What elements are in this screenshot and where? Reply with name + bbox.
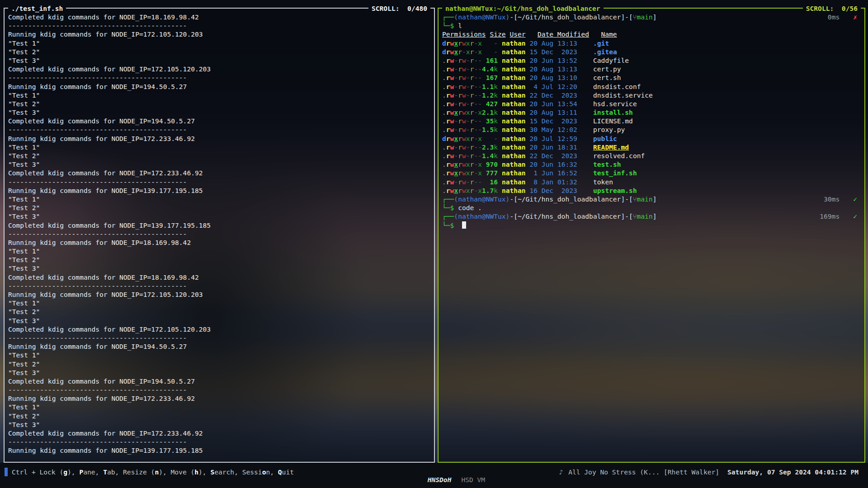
terminal-line: "Test 3" — [8, 212, 430, 221]
file-name: dnsdist.conf — [593, 83, 641, 90]
shell-command-line: └─$ code . — [442, 203, 861, 212]
file-row: .rw-rw-r--1.4k nathan 22 Dec 2023 resolv… — [442, 151, 861, 160]
terminal-line: Completed kdig commands for NODE_IP=194.… — [8, 117, 430, 125]
terminal-line: ----------------------------------------… — [8, 385, 430, 394]
file-name: .gitea — [593, 48, 617, 56]
file-row: .rwxrwxr-x 970 nathan 20 Jun 16:32 test.… — [442, 160, 861, 169]
terminal-line: Completed kdig commands for NODE_IP=18.1… — [8, 13, 430, 21]
session-name: HNSDoH — [428, 476, 452, 483]
file-name: LICENSE.md — [593, 117, 633, 125]
status-bar: Ctrl + Lock (g), Pane, Tab, Resize (n), … — [0, 463, 868, 488]
file-name: test_inf.sh — [593, 169, 637, 177]
terminal-line: "Test 1" — [8, 247, 430, 255]
file-row: .rwxrwxr-x2.1k nathan 20 Aug 13:11 insta… — [442, 108, 861, 117]
file-name: proxy.py — [593, 126, 625, 133]
terminal-line: ----------------------------------------… — [8, 437, 430, 446]
terminal-line: Running kdig commands for NODE_IP=194.50… — [8, 342, 430, 351]
keybind-hints: Ctrl + Lock (g), Pane, Tab, Resize (n), … — [12, 468, 294, 476]
terminal-line: Running kdig commands for NODE_IP=172.10… — [8, 30, 430, 38]
terminal-line: "Test 1" — [8, 91, 430, 99]
terminal-line: Completed kdig commands for NODE_IP=194.… — [8, 377, 430, 385]
shell-prompt-line: ┌──(nathan@NWTux)-[~/Git/hns_doh_loadbal… — [442, 13, 861, 21]
status-datetime: Saturday, 07 Sep 2024 04:01:12 PM — [727, 468, 859, 476]
terminal-line: "Test 3" — [8, 264, 430, 272]
pane-right-content[interactable]: ┌──(nathan@NWTux)-[~/Git/hns_doh_loadbal… — [439, 8, 864, 462]
terminal-line: ----------------------------------------… — [8, 178, 430, 186]
terminal-line: Completed kdig commands for NODE_IP=172.… — [8, 65, 430, 73]
status-right: ♪ All Joy No Stress (K... [Rhett Walker]… — [559, 468, 859, 476]
command-duration: 169ms✓ — [820, 212, 857, 221]
file-row: .rw-rw-r--1.5k nathan 30 May 12:02 proxy… — [442, 125, 861, 134]
focus-indicator — [5, 468, 8, 476]
terminal-line: Running kdig commands for NODE_IP=194.50… — [8, 82, 430, 91]
file-row: .rw-rw-r--1.1k nathan 4 Jul 12:20 dnsdis… — [442, 82, 861, 91]
terminal-line: "Test 1" — [8, 403, 430, 411]
terminal-line: ----------------------------------------… — [8, 333, 430, 342]
shell-command-line: └─$ — [442, 221, 861, 230]
host-label: HSD VM — [461, 476, 485, 483]
file-name: upstream.sh — [593, 187, 637, 194]
file-row: .rw-rw-r--1.2k nathan 22 Dec 2023 dnsdis… — [442, 91, 861, 99]
pane-left-content[interactable]: Completed kdig commands for NODE_IP=18.1… — [5, 8, 434, 462]
file-row: .rw-rw-r--4.4k nathan 20 Aug 13:13 cert.… — [442, 65, 861, 73]
file-name: resolved.conf — [593, 152, 645, 160]
pane-right: nathan@NWTux:~/Git/hns_doh_loadbalancer … — [438, 8, 865, 463]
file-name: token — [593, 178, 613, 186]
terminal-line: ----------------------------------------… — [8, 282, 430, 290]
terminal-line: Completed kdig commands for NODE_IP=172.… — [8, 169, 430, 177]
terminal-line: "Test 2" — [8, 151, 430, 160]
terminal-line: Running kdig commands for NODE_IP=172.23… — [8, 134, 430, 143]
file-row: .rw-rw-r-- 161 nathan 20 Jun 13:52 Caddy… — [442, 56, 861, 65]
terminal-line: "Test 1" — [8, 39, 430, 47]
file-name: Caddyfile — [593, 56, 629, 64]
pane-left: ./test_inf.sh SCROLL: 0/480 Completed kd… — [4, 8, 435, 463]
terminal-line: Completed kdig commands for NODE_IP=18.1… — [8, 273, 430, 282]
terminal-line: "Test 3" — [8, 368, 430, 377]
file-row: .rw-rw-r-- 167 nathan 20 Aug 13:10 cert.… — [442, 73, 861, 82]
terminal-line: ----------------------------------------… — [8, 125, 430, 134]
terminal-line: ----------------------------------------… — [8, 73, 430, 82]
terminal-line: Running kdig commands for NODE_IP=139.17… — [8, 446, 430, 455]
terminal-line: "Test 2" — [8, 412, 430, 420]
file-row: .rwxrwxr-x1.7k nathan 16 Dec 2023 upstre… — [442, 186, 861, 195]
terminal-line: "Test 1" — [8, 299, 430, 307]
file-row: drwxrwxr-x - nathan 20 Aug 13:13 .git — [442, 39, 861, 47]
terminal-line: "Test 3" — [8, 160, 430, 169]
file-row: .rw-rw-r-- 35k nathan 15 Dec 2023 LICENS… — [442, 117, 861, 125]
terminal-line: Completed kdig commands for NODE_IP=172.… — [8, 429, 430, 437]
terminal-cursor — [462, 221, 466, 229]
file-row: drwxr-xr-x - nathan 15 Dec 2023 .gitea — [442, 47, 861, 56]
terminal-line: "Test 3" — [8, 420, 430, 429]
terminal-line: "Test 2" — [8, 307, 430, 316]
terminal-line: Running kdig commands for NODE_IP=172.10… — [8, 290, 430, 299]
shell-prompt-line: ┌──(nathan@NWTux)-[~/Git/hns_doh_loadbal… — [442, 212, 861, 221]
music-track: All Joy No Stress (K... [Rhett Walker] — [568, 468, 719, 476]
terminal-line: Running kdig commands for NODE_IP=172.23… — [8, 394, 430, 403]
music-note-icon: ♪ — [559, 468, 563, 476]
command-duration: 0ms✗ — [828, 13, 857, 21]
shell-command-line: └─$ l — [442, 21, 861, 30]
file-name: hsd.service — [593, 100, 637, 108]
terminal-line: "Test 2" — [8, 255, 430, 264]
terminal-line: "Test 3" — [8, 56, 430, 65]
file-row: .rw-rw-r-- 427 nathan 20 Jun 13:54 hsd.s… — [442, 99, 861, 108]
file-name: cert.sh — [593, 74, 621, 81]
file-name: .git — [593, 39, 609, 47]
terminal-line: "Test 3" — [8, 108, 430, 117]
command-duration: 30ms✓ — [824, 195, 857, 203]
file-name: public — [593, 135, 617, 142]
shell-prompt-line: ┌──(nathan@NWTux)-[~/Git/hns_doh_loadbal… — [442, 195, 861, 203]
file-name: cert.py — [593, 65, 621, 73]
terminal-line: "Test 1" — [8, 195, 430, 203]
file-row: .rwxrwxr-x 777 nathan 1 Jun 16:52 test_i… — [442, 169, 861, 177]
terminal-line: Completed kdig commands for NODE_IP=139.… — [8, 221, 430, 230]
terminal-line: "Test 3" — [8, 316, 430, 325]
file-name: README.md — [593, 143, 629, 151]
file-name: dnsdist.service — [593, 91, 653, 99]
file-name: install.sh — [593, 108, 633, 116]
terminal-line: "Test 1" — [8, 143, 430, 151]
terminal-line: "Test 1" — [8, 351, 430, 359]
terminal-line: "Test 2" — [8, 203, 430, 212]
terminal-line: "Test 2" — [8, 360, 430, 368]
file-row: .rw-rw-r-- 16 nathan 8 Jan 01:32 token — [442, 178, 861, 186]
